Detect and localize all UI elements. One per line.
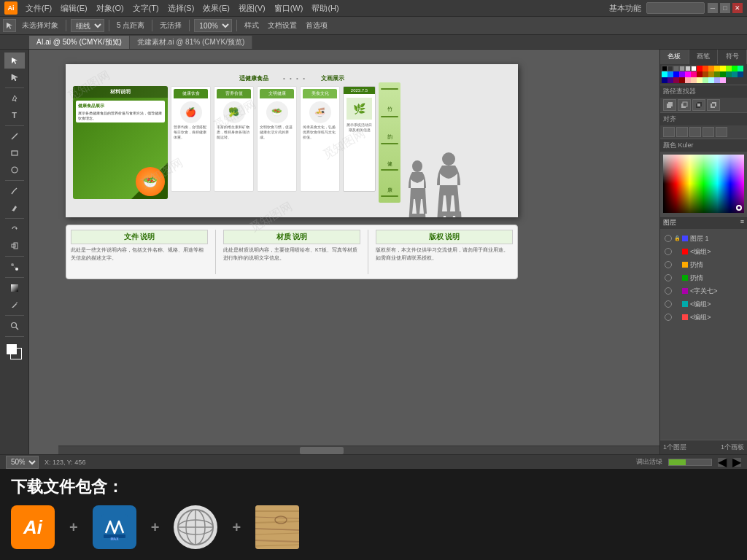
layer-item-2[interactable]: <编组>	[663, 245, 744, 258]
swatch-dark-yellow[interactable]	[708, 71, 714, 77]
layer-eye-7[interactable]	[665, 314, 672, 321]
scroll-left[interactable]: ◀	[718, 458, 727, 467]
layer-lock-1[interactable]: 🔒	[674, 236, 680, 241]
selection-tool-indicator[interactable]	[3, 19, 16, 32]
swatch-red-orange[interactable]	[703, 66, 708, 71]
swatch-white[interactable]	[691, 66, 697, 71]
swatch-violet[interactable]	[679, 71, 685, 77]
menu-text[interactable]: 文字(T)	[129, 1, 163, 15]
menu-object[interactable]: 对象(O)	[93, 1, 128, 15]
layers-menu[interactable]: ≡	[740, 218, 744, 228]
stroke-selector[interactable]: 细线	[71, 19, 104, 32]
rect-tool[interactable]	[4, 145, 25, 161]
status-zoom[interactable]: 50%	[6, 456, 39, 469]
swatch-purple[interactable]	[667, 77, 673, 83]
swatch-pink[interactable]	[691, 71, 697, 77]
ellipse-tool[interactable]	[4, 162, 25, 178]
layer-lock-7[interactable]	[674, 314, 680, 320]
layer-eye-3[interactable]	[665, 261, 672, 268]
layer-lock-2[interactable]	[674, 249, 680, 254]
swatch-dark-red[interactable]	[697, 71, 703, 77]
close-button[interactable]: ✕	[732, 3, 743, 13]
menu-effect[interactable]: 效果(E)	[199, 1, 233, 15]
swatch-pure-blue[interactable]	[673, 71, 679, 77]
pencil-tool[interactable]	[4, 200, 25, 216]
layer-item-7[interactable]: <编组>	[663, 311, 744, 324]
kuler-gradient[interactable]	[663, 155, 744, 213]
h-scrollbar-thumb[interactable]	[300, 447, 344, 454]
swatch-orange[interactable]	[708, 66, 714, 71]
pathfinder-unite[interactable]	[663, 99, 676, 111]
swatch-pastel-orange[interactable]	[691, 77, 697, 83]
layer-item-6[interactable]: <编组>	[663, 298, 744, 311]
tab-djsc[interactable]: 党建素材.ai @ 81% (CMYK/预览)	[130, 36, 252, 49]
swatch-dark-blue[interactable]	[662, 77, 667, 83]
h-scrollbar[interactable]	[58, 446, 659, 454]
swatch-pastel-pink[interactable]	[720, 77, 726, 83]
select-tool[interactable]	[4, 52, 25, 69]
canvas-area[interactable]: 觅知图网 觅知图网 觅知图网 觅知图网 觅知图网 适健康食品 • • • • 文…	[29, 50, 659, 454]
layer-lock-6[interactable]	[674, 301, 680, 307]
swatch-pastel-yellow[interactable]	[697, 77, 703, 83]
swatch-blue[interactable]	[667, 71, 673, 77]
minimize-button[interactable]: ─	[708, 3, 718, 13]
swatch-brown[interactable]	[703, 71, 708, 77]
swatch-ltgray[interactable]	[679, 66, 685, 71]
scroll-right[interactable]: ▶	[732, 458, 741, 467]
swatch-green[interactable]	[732, 66, 738, 71]
align-right[interactable]	[689, 127, 701, 137]
direct-select-tool[interactable]	[4, 69, 25, 85]
swatch-bright-yellow[interactable]	[720, 66, 726, 71]
brush-tool[interactable]	[4, 183, 25, 199]
layer-item-3[interactable]: 扔情	[663, 258, 744, 271]
swatch-dark-green[interactable]	[720, 71, 726, 77]
swatch-pastel-red[interactable]	[685, 77, 691, 83]
layer-eye-6[interactable]	[665, 300, 672, 308]
layer-eye-4[interactable]	[665, 274, 672, 281]
pathfinder-intersect[interactable]	[692, 99, 705, 111]
layer-item-1[interactable]: 🔒 图层 1	[663, 232, 744, 245]
layer-item-4[interactable]: 扔情	[663, 271, 744, 284]
swatch-pastel-blue[interactable]	[714, 77, 720, 83]
layer-lock-3[interactable]	[674, 262, 680, 268]
swatch-dark[interactable]	[667, 66, 673, 71]
layer-lock-4[interactable]	[674, 275, 680, 281]
line-tool[interactable]	[4, 128, 25, 144]
menu-view[interactable]: 视图(V)	[235, 1, 269, 15]
gradient-tool[interactable]	[4, 280, 25, 296]
menu-file[interactable]: 文件(F)	[22, 1, 55, 15]
swatch-black[interactable]	[662, 66, 667, 71]
rotate-tool[interactable]	[4, 221, 25, 237]
swatch-pastel-green[interactable]	[703, 77, 708, 83]
swatch-pastel-cyan[interactable]	[708, 77, 714, 83]
scale-tool[interactable]	[4, 238, 25, 254]
swatch-maroon[interactable]	[679, 77, 685, 83]
menu-edit[interactable]: 编辑(E)	[57, 1, 91, 15]
tab-brush[interactable]: 画笔	[689, 50, 719, 64]
tab-ai[interactable]: AI.ai @ 50% (CMYK/预览)	[29, 36, 130, 49]
align-left[interactable]	[663, 127, 675, 137]
zoom-tool[interactable]	[4, 318, 25, 334]
swatch-olive[interactable]	[714, 71, 720, 77]
swatch-navy[interactable]	[738, 71, 743, 77]
fill-stroke-indicator[interactable]	[4, 342, 25, 362]
menu-select[interactable]: 选择(S)	[164, 1, 198, 15]
align-center-v[interactable]	[716, 127, 727, 137]
tab-color-swatch[interactable]: 色板	[660, 50, 689, 64]
menu-window[interactable]: 窗口(W)	[271, 1, 307, 15]
swatch-cyan[interactable]	[662, 71, 667, 77]
text-tool[interactable]: T	[4, 107, 25, 123]
blend-tool[interactable]	[4, 259, 25, 275]
align-top[interactable]	[703, 127, 714, 137]
layer-eye-1[interactable]	[665, 235, 672, 242]
tab-symbol[interactable]: 符号	[718, 50, 747, 64]
zoom-selector[interactable]: 100% 50%	[194, 19, 232, 32]
swatch-white-ish[interactable]	[685, 66, 691, 71]
eyedropper-tool[interactable]	[4, 297, 25, 313]
restore-button[interactable]: □	[720, 3, 730, 13]
layer-lock-5[interactable]	[674, 288, 680, 294]
pathfinder-exclude[interactable]	[707, 99, 720, 111]
swatch-teal-green[interactable]	[738, 66, 743, 71]
menu-help[interactable]: 帮助(H)	[308, 1, 342, 15]
swatch-magenta[interactable]	[685, 71, 691, 77]
